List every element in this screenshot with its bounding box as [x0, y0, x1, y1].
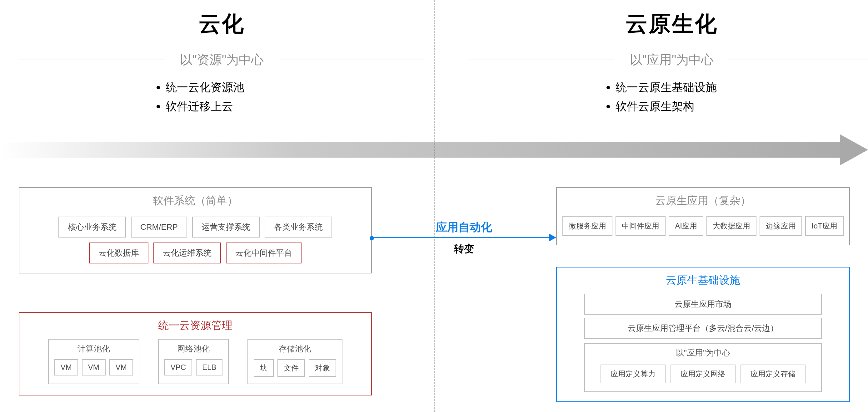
bullet-item: 软件云原生架构	[616, 97, 868, 116]
pool-item: VM	[54, 359, 78, 376]
pool-group-title: 计算池化	[53, 343, 135, 354]
pool-item: 对象	[309, 359, 336, 377]
sw-box: CRM/ERP	[131, 217, 187, 238]
connector-line	[372, 237, 549, 238]
pool-items: VPC ELB	[162, 357, 225, 377]
connector-label-bottom: 转变	[372, 242, 556, 256]
pool-item: 文件	[277, 359, 305, 377]
cn-marketplace-box: 云原生应用市场	[584, 294, 822, 315]
cloud-native-app-panel: 云原生应用（复杂） 微服务应用 中间件应用 AI应用 大数据应用 边缘应用 Io…	[556, 187, 850, 245]
cn-app-box: 微服务应用	[562, 216, 612, 236]
right-subtitle: 以"应用"为中心	[630, 51, 714, 68]
sw-sys-row1: 核心业务系统 CRM/ERP 运营支撑系统 各类业务系统	[19, 214, 371, 240]
pool-row: 计算池化 VM VM VM 网络池化 VPC ELB 存储池化 块 文件	[19, 339, 371, 384]
inner-box-title: 以"应用"为中心	[588, 347, 818, 358]
divider-line	[279, 60, 425, 60]
cn-platform-box: 云原生应用管理平台（多云/混合云/云边）	[584, 318, 822, 339]
panel-title: 云原生基础设施	[557, 273, 849, 287]
pool-items: VM VM VM	[53, 357, 135, 377]
sw-box: 运营支撑系统	[192, 217, 260, 238]
left-bullets: 统一云化资源池 软件迁移上云	[165, 78, 425, 116]
cloud-resource-panel: 统一云资源管理 计算池化 VM VM VM 网络池化 VPC ELB 存储池化	[19, 312, 372, 396]
divider-line	[19, 60, 164, 60]
pool-items: 块 文件 对象	[252, 357, 338, 379]
pool-group-compute: 计算池化 VM VM VM	[48, 339, 140, 384]
vertical-divider	[434, 0, 435, 412]
sw-box: 核心业务系统	[58, 217, 126, 238]
cn-app-centric-box: 以"应用"为中心 应用定义算力 应用定义网络 应用定义存储	[584, 343, 822, 392]
sw-sys-row2: 云化数据库 云化运维系统 云化中间件平台	[19, 240, 371, 266]
software-systems-panel: 软件系统（简单） 核心业务系统 CRM/ERP 运营支撑系统 各类业务系统 云化…	[19, 187, 372, 273]
right-bullets: 统一云原生基础设施 软件云原生架构	[616, 78, 868, 116]
pool-group-title: 存储池化	[252, 343, 338, 354]
cn-app-box: 边缘应用	[760, 216, 802, 236]
pool-group-storage: 存储池化 块 文件 对象	[247, 339, 342, 384]
timeline-arrow	[0, 134, 868, 165]
cn-app-box: 中间件应用	[616, 216, 665, 236]
bullet-item: 统一云原生基础设施	[616, 78, 868, 97]
app-defined-box: 应用定义存储	[741, 365, 806, 383]
pool-item: VPC	[164, 359, 192, 376]
left-subtitle: 以"资源"为中心	[180, 51, 264, 68]
pool-item: ELB	[196, 359, 222, 376]
panel-title: 云原生应用（复杂）	[557, 194, 849, 208]
diagram-canvas: 云化 以"资源"为中心 统一云化资源池 软件迁移上云 云原生化 以"应用"为中心…	[0, 0, 868, 412]
pool-item: VM	[82, 359, 105, 376]
left-subtitle-wrap: 以"资源"为中心	[19, 51, 425, 68]
app-defined-box: 应用定义算力	[600, 365, 665, 383]
divider-line	[729, 60, 868, 60]
sw-box-cloudified: 云化运维系统	[153, 242, 221, 264]
divider-line	[469, 60, 614, 60]
panel-title: 统一云资源管理	[19, 318, 371, 333]
left-title: 云化	[19, 9, 425, 39]
connector-arrow-head-icon	[549, 234, 556, 241]
right-subtitle-wrap: 以"应用"为中心	[469, 51, 868, 68]
cloud-native-infra-panel: 云原生基础设施 云原生应用市场 云原生应用管理平台（多云/混合云/云边） 以"应…	[556, 267, 850, 402]
left-side: 云化 以"资源"为中心 统一云化资源池 软件迁移上云	[19, 9, 425, 116]
bullet-item: 软件迁移上云	[165, 97, 425, 116]
arrow-head-icon	[840, 134, 868, 165]
connector-label-top: 应用自动化	[372, 220, 556, 235]
pool-item: 块	[254, 359, 274, 377]
cn-app-centric-row: 应用定义算力 应用定义网络 应用定义存储	[588, 362, 818, 386]
pool-group-title: 网络池化	[162, 343, 225, 354]
pool-group-network: 网络池化 VPC ELB	[158, 339, 229, 384]
app-defined-box: 应用定义网络	[671, 365, 736, 383]
cn-app-row: 微服务应用 中间件应用 AI应用 大数据应用 边缘应用 IoT应用	[557, 214, 849, 238]
sw-box-cloudified: 云化数据库	[89, 242, 148, 264]
bullet-item: 统一云化资源池	[165, 78, 425, 97]
cn-app-box: 大数据应用	[707, 216, 756, 236]
right-side: 云原生化 以"应用"为中心 统一云原生基础设施 软件云原生架构	[469, 9, 868, 116]
cn-app-box: AI应用	[669, 216, 703, 236]
sw-box: 各类业务系统	[265, 217, 332, 238]
sw-box-cloudified: 云化中间件平台	[226, 242, 302, 264]
panel-title: 软件系统（简单）	[19, 194, 371, 208]
arrow-body	[0, 142, 840, 158]
pool-item: VM	[110, 359, 133, 376]
cn-app-box: IoT应用	[805, 216, 844, 236]
right-title: 云原生化	[469, 9, 868, 39]
